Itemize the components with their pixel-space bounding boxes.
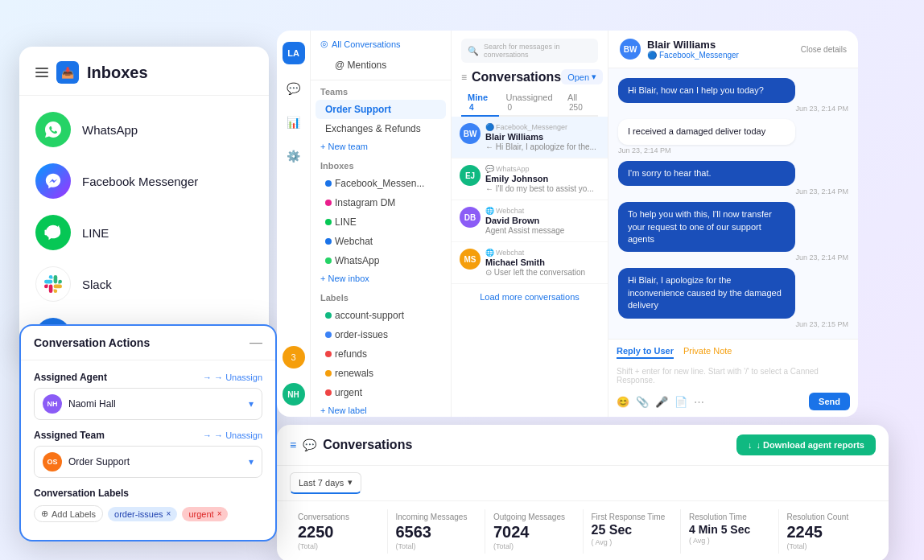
- slack-label: Slack: [82, 278, 112, 291]
- team-order-support[interactable]: Order Support: [316, 100, 446, 119]
- all-conversations-link[interactable]: ◎ All Conversations: [320, 39, 441, 49]
- reports-filter-row: Last 7 days ▾: [277, 466, 889, 501]
- msg-bubble-1: Hi Blair, how can I help you today?: [618, 78, 795, 103]
- conv-source-webchat-db: 🌐 Webchat: [485, 207, 600, 215]
- labels-section-label: Labels: [311, 286, 451, 306]
- msg-time-2: Jun 23, 2:14 PM: [618, 146, 848, 154]
- nav-reports-icon[interactable]: 📊: [283, 113, 303, 132]
- conv-name-david: David Brown: [485, 216, 600, 225]
- send-button[interactable]: Send: [809, 393, 850, 410]
- agent-chevron-icon: ▾: [249, 398, 254, 410]
- tab-all[interactable]: All 250: [561, 89, 598, 117]
- label-order-issues[interactable]: order-issues: [316, 325, 446, 344]
- private-note-tab[interactable]: Private Note: [683, 346, 732, 359]
- new-inbox-link[interactable]: + New inbox: [311, 270, 451, 286]
- close-details-button[interactable]: Close details: [801, 45, 847, 54]
- msg-time-1: Jun 23, 2:14 PM: [618, 105, 848, 113]
- label-account-support[interactable]: account-support: [316, 306, 446, 325]
- emoji-icon[interactable]: 😊: [617, 396, 629, 408]
- inbox-webchat[interactable]: Webchat: [316, 232, 446, 251]
- remove-urgent-button[interactable]: ×: [217, 509, 222, 518]
- conv-avatar-db: DB: [460, 207, 481, 228]
- add-labels-button[interactable]: ⊕ Add Labels: [34, 505, 103, 522]
- document-icon[interactable]: 📄: [674, 396, 687, 408]
- stat-incoming-sub: (Total): [396, 542, 477, 550]
- inboxes-title: Inboxes: [87, 64, 148, 82]
- tab-mine[interactable]: Mine 4: [461, 89, 499, 117]
- label-urgent[interactable]: urgent: [316, 383, 446, 402]
- inbox-facebook[interactable]: Facebook_Messen...: [316, 174, 446, 193]
- new-team-link[interactable]: + New team: [311, 138, 451, 154]
- stat-incoming-value: 6563: [396, 523, 477, 541]
- team-avatar: OS: [43, 452, 62, 471]
- agent-label-row: Assigned Agent → → Unassign: [34, 372, 262, 383]
- conv-tabs: Mine 4 Unassigned 0 All 250: [461, 89, 598, 117]
- date-filter-selector[interactable]: Last 7 days ▾: [290, 472, 361, 494]
- nav-conversations-icon[interactable]: 💬: [283, 79, 303, 98]
- hamburger-icon[interactable]: [35, 68, 48, 77]
- reply-to-user-tab[interactable]: Reply to User: [617, 346, 674, 359]
- conv-source-whatsapp: 💬 WhatsApp: [485, 165, 600, 173]
- date-filter-chevron-icon: ▾: [348, 477, 353, 488]
- nav-notification-icon[interactable]: 3: [283, 346, 305, 369]
- label-renewals[interactable]: renewals: [316, 364, 446, 383]
- inbox-item-messenger[interactable]: Facebook Messenger: [19, 155, 269, 207]
- conv-item-blair-williams[interactable]: BW 🔵 Facebook_Messenger Blair Williams ←…: [452, 117, 608, 159]
- mentions-item[interactable]: @ Mentions: [325, 56, 436, 75]
- chat-input[interactable]: Shift + enter for new line. Start with '…: [617, 364, 850, 388]
- labels-section: Conversation Labels ⊕ Add Labels order-i…: [34, 488, 262, 522]
- new-label-link[interactable]: + New label: [311, 402, 451, 417]
- inbox-item-slack[interactable]: Slack: [19, 258, 269, 310]
- inbox-whatsapp[interactable]: WhatsApp: [316, 251, 446, 270]
- stat-resolution-count: Resolution Count 2245 (Total): [779, 509, 877, 554]
- audio-icon[interactable]: 🎤: [655, 396, 668, 408]
- tab-unassigned[interactable]: Unassigned 0: [499, 89, 561, 117]
- conv-preview-michael: ⊙ User left the conversation: [485, 268, 600, 277]
- search-bar[interactable]: 🔍 Search for messages in conversations: [461, 39, 598, 63]
- label-refunds[interactable]: refunds: [316, 344, 446, 364]
- download-reports-button[interactable]: ↓ ↓ Download agent reports: [736, 434, 876, 455]
- team-label-row: Assigned Team → → Unassign: [34, 430, 262, 441]
- plus-icon: ⊕: [41, 509, 48, 519]
- stat-first-response-value: 25 Sec: [592, 523, 673, 537]
- conv-item-emily-johnson[interactable]: EJ 💬 WhatsApp Emily Johnson ← I'll do my…: [452, 159, 608, 200]
- la-logo[interactable]: LA: [283, 42, 305, 64]
- stat-first-response-label: First Response Time: [592, 513, 673, 521]
- inbox-item-line[interactable]: LINE: [19, 207, 269, 258]
- inbox-line[interactable]: LINE: [316, 212, 446, 232]
- assigned-team-section: Assigned Team → → Unassign OS Order Supp…: [34, 430, 262, 478]
- chat-tools: 😊 📎 🎤 📄 ⋯: [617, 396, 704, 408]
- msg-bubble-3: I'm sorry to hear that.: [618, 161, 795, 186]
- team-selector[interactable]: OS Order Support ▾: [34, 446, 262, 478]
- unassign-team-button[interactable]: → → Unassign: [203, 430, 262, 440]
- stat-incoming: Incoming Messages 6563 (Total): [388, 509, 486, 554]
- hamburger-convs-icon: ≡: [461, 72, 467, 83]
- urgent-tag: urgent ×: [182, 507, 228, 521]
- msg-time-4: Jun 23, 2:14 PM: [618, 253, 848, 261]
- nav-user-avatar[interactable]: NH: [283, 383, 305, 406]
- conversations-filter-button[interactable]: Open ▾: [561, 69, 603, 84]
- conv-item-michael-smith[interactable]: MS 🌐 Webchat Michael Smith ⊙ User left t…: [452, 242, 608, 284]
- attachment-icon[interactable]: 📎: [636, 396, 649, 408]
- inbox-instagram[interactable]: Instagram DM: [316, 193, 446, 212]
- chat-user-avatar: BW: [620, 39, 641, 60]
- conversations-main: 🔍 Search for messages in conversations ≡…: [452, 31, 608, 417]
- team-exchanges-refunds[interactable]: Exchanges & Refunds: [316, 119, 446, 138]
- agent-selector[interactable]: NH Naomi Hall ▾: [34, 388, 262, 420]
- conv-item-david-brown[interactable]: DB 🌐 Webchat David Brown Agent Assist me…: [452, 200, 608, 242]
- actions-title: Conversation Actions: [34, 336, 150, 349]
- conv-sections: Teams Order Support Exchanges & Refunds …: [311, 80, 451, 417]
- conv-name-blair: Blair Williams: [485, 132, 600, 142]
- minimize-button[interactable]: —: [250, 336, 262, 350]
- stat-first-response-sub: ( Avg ): [592, 538, 673, 546]
- nav-settings-icon[interactable]: ⚙️: [283, 146, 303, 166]
- remove-order-issues-button[interactable]: ×: [167, 509, 171, 518]
- load-more-conversations[interactable]: Load more conversations: [452, 284, 608, 310]
- unassign-agent-button[interactable]: → → Unassign: [203, 373, 262, 382]
- stat-resolution-time-label: Resolution Time: [689, 513, 770, 521]
- stat-resolution-time-sub: ( Avg ): [689, 537, 770, 545]
- stat-incoming-label: Incoming Messages: [396, 513, 477, 521]
- team-name: Order Support: [68, 456, 130, 467]
- more-icon[interactable]: ⋯: [694, 396, 704, 408]
- inbox-item-whatsapp[interactable]: WhatsApp: [19, 104, 269, 155]
